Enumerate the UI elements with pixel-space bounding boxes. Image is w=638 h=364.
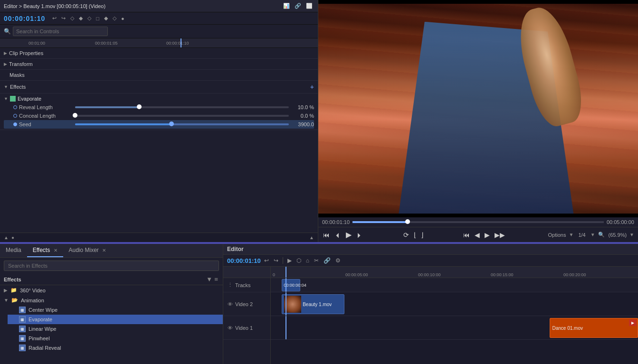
skip-start-button[interactable]: ⏮ bbox=[462, 230, 471, 240]
stats-icon[interactable]: 📊 bbox=[282, 2, 291, 10]
step-back-button[interactable]: ⏴ bbox=[333, 230, 342, 240]
track-rows-container: 00:00:00:04 Beauty 1.mov bbox=[271, 278, 638, 340]
audio-mixer-tab-close[interactable]: ✕ bbox=[102, 248, 106, 253]
tl-trim-button[interactable]: ⌂ bbox=[305, 257, 311, 264]
diamond2-button[interactable]: ◆ bbox=[77, 14, 84, 22]
evaporate-checkbox[interactable] bbox=[10, 96, 16, 102]
video1-vis-button[interactable]: 👁 bbox=[227, 325, 233, 331]
time-block[interactable]: 00:00:00:04 bbox=[282, 279, 300, 291]
play-pause-button[interactable]: ▶ bbox=[484, 230, 491, 240]
conceal-length-keyframe[interactable] bbox=[13, 114, 17, 118]
tab-effects[interactable]: Effects ✕ bbox=[27, 244, 63, 257]
transform-section: ▶ Transform bbox=[0, 59, 318, 70]
tl-play-button[interactable]: ▶ bbox=[286, 257, 293, 264]
tracks-row: 00:00:00:04 bbox=[271, 278, 638, 292]
video2-vis-button[interactable]: 👁 bbox=[227, 301, 233, 308]
radial-reveal-label: Radial Reveal bbox=[29, 345, 61, 351]
triangle-button[interactable]: ◇ bbox=[111, 14, 118, 22]
square-button[interactable]: □ bbox=[95, 15, 101, 22]
step-forward-button[interactable]: ⏵ bbox=[355, 230, 364, 240]
masks-header[interactable]: Masks bbox=[0, 70, 318, 80]
beauty-thumbnail bbox=[284, 296, 301, 313]
rewind-button[interactable]: ⟳ bbox=[402, 230, 410, 240]
clip-properties-section: ▶ Clip Properties bbox=[0, 48, 318, 59]
effects-tab-close[interactable]: ✕ bbox=[54, 248, 57, 253]
timeline-toolbar: 00:00:01:10 ↩ ↪ ◇ ◆ ◇ □ ◆ ◇ ● bbox=[0, 12, 318, 25]
conceal-length-row: Conceal Length 0.0 % bbox=[4, 112, 314, 120]
ruler-mark-4: 00:00:20:00 bbox=[563, 272, 586, 277]
editor-title: Editor > Beauty 1.mov [00:00:05:10] (Vid… bbox=[4, 3, 105, 9]
preview-controls-bar: ⏮ ⏴ ▶ ⏵ ⟳ ⌊ ⌋ ⏮ ◀ ▶ ▶▶ Options ▼ 1/4 ▼ 🔍… bbox=[318, 227, 638, 242]
circle-button[interactable]: ◆ bbox=[103, 14, 109, 22]
tl-magnet-button[interactable]: ⬡ bbox=[295, 257, 303, 264]
tab-audio-mixer[interactable]: Audio Mixer ✕ bbox=[63, 244, 112, 257]
mark-out-button[interactable]: ⌋ bbox=[420, 230, 424, 240]
link-icon[interactable]: 🔗 bbox=[293, 2, 303, 10]
mark-in-button[interactable]: ⌊ bbox=[413, 230, 417, 240]
video-scene bbox=[318, 0, 638, 217]
tl-split-button[interactable]: ✂ bbox=[313, 257, 320, 264]
pinwheel-label: Pinwheel bbox=[29, 336, 50, 341]
tab-media[interactable]: Media bbox=[0, 244, 27, 257]
seed-slider[interactable] bbox=[75, 123, 289, 125]
diamond3-button[interactable]: ◇ bbox=[86, 14, 93, 22]
tracks-label: ⋮ Tracks bbox=[223, 278, 270, 292]
transform-header[interactable]: ▶ Transform bbox=[0, 59, 318, 69]
options-button[interactable]: Options bbox=[548, 232, 566, 238]
tracks-options-button[interactable]: ⋮ bbox=[227, 281, 233, 289]
next-frame-button[interactable]: ▶▶ bbox=[494, 230, 506, 240]
zoom-chevron-icon: ▼ bbox=[629, 232, 634, 237]
play-to-in-button[interactable]: ⏮ bbox=[322, 230, 331, 240]
category-animation-header[interactable]: ▼ 📂 Animation bbox=[0, 295, 223, 305]
video1-playhead bbox=[286, 316, 286, 339]
track-content: 0 00:00:05:00 00:00:10:00 00:00:15:00 00… bbox=[271, 267, 638, 364]
video1-label: 👁 Video 1 bbox=[223, 316, 270, 340]
undo-button[interactable]: ↩ bbox=[51, 14, 58, 22]
expand-icon[interactable]: ⬜ bbox=[305, 2, 314, 10]
clip-properties-header[interactable]: ▶ Clip Properties bbox=[0, 48, 318, 58]
masks-section: Masks bbox=[0, 70, 318, 81]
prev-frame-button[interactable]: ◀ bbox=[474, 230, 481, 240]
tracks-playhead bbox=[286, 278, 286, 292]
track-labels: ⋮ Tracks 👁 Video 2 👁 Video 1 bbox=[223, 267, 271, 364]
diamond1-button[interactable]: ◇ bbox=[69, 14, 76, 22]
zoom-level: (65.9%) bbox=[609, 232, 627, 238]
effect-evaporate[interactable]: ▦ Evaporate bbox=[8, 315, 223, 324]
dance-clip[interactable]: Dance 01.mov ▶ bbox=[550, 318, 638, 338]
redo-button[interactable]: ↪ bbox=[60, 14, 67, 22]
controls-search-bar: 🔍 bbox=[0, 25, 318, 38]
animation-items: ▦ Center Wipe ▦ Evaporate ▦ Linear Wipe bbox=[0, 305, 223, 353]
effect-pinwheel[interactable]: ▦ Pinwheel bbox=[8, 334, 223, 343]
effect-linear-wipe[interactable]: ▦ Linear Wipe bbox=[8, 324, 223, 334]
timeline-editor: Editor 00:00:01:10 ↩ ↪ ▶ ⬡ ⌂ ✂ 🔗 ⚙ ⋮ bbox=[223, 244, 638, 364]
preview-progress-bar: 00:00:01:10 00:05:00:00 bbox=[318, 217, 638, 227]
preview-scrubber[interactable] bbox=[352, 221, 604, 223]
effects-search-input[interactable] bbox=[4, 261, 219, 271]
beauty-clip[interactable]: Beauty 1.mov bbox=[282, 294, 344, 314]
effect-radial-reveal[interactable]: ▦ Radial Reveal bbox=[8, 343, 223, 353]
evaporate-row: ▼ Evaporate bbox=[4, 94, 314, 103]
add-effect-button[interactable]: + bbox=[310, 83, 314, 91]
play-button[interactable]: ▶ bbox=[345, 229, 352, 240]
tl-undo-button[interactable]: ↩ bbox=[263, 257, 270, 264]
tl-link-button[interactable]: 🔗 bbox=[322, 257, 332, 264]
filter-button[interactable]: ▼ bbox=[205, 275, 213, 284]
circle-dot-icon: ● bbox=[11, 235, 14, 240]
video2-label-text: Video 2 bbox=[235, 301, 253, 307]
search-input[interactable] bbox=[13, 27, 108, 36]
ruler-mark-0: 0 bbox=[273, 272, 275, 277]
bullet-button[interactable]: ● bbox=[120, 15, 126, 22]
effects-section: ▼ Effects + ▼ Evaporate Reveal Length bbox=[0, 81, 318, 130]
reveal-length-keyframe[interactable] bbox=[13, 105, 17, 109]
reveal-length-slider[interactable] bbox=[75, 106, 289, 108]
conceal-length-slider[interactable] bbox=[75, 115, 289, 117]
tl-redo-button[interactable]: ↪ bbox=[272, 257, 280, 264]
seed-keyframe[interactable] bbox=[13, 122, 17, 126]
linear-wipe-icon: ▦ bbox=[19, 326, 26, 332]
reveal-length-thumb bbox=[137, 104, 142, 109]
category-360-header[interactable]: ▶ 📁 360° Video bbox=[0, 285, 223, 295]
list-view-button[interactable]: ≡ bbox=[213, 275, 219, 284]
tl-settings-button[interactable]: ⚙ bbox=[334, 257, 342, 264]
effect-center-wipe[interactable]: ▦ Center Wipe bbox=[8, 305, 223, 315]
editor-header: Editor > Beauty 1.mov [00:00:05:10] (Vid… bbox=[0, 0, 318, 12]
